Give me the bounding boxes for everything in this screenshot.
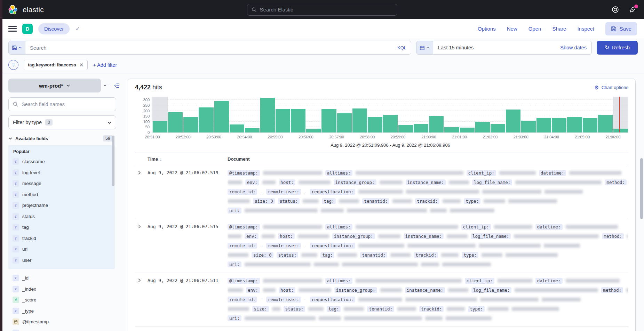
field-item-status[interactable]: tstatus [13,211,115,222]
field-value: - [304,297,307,302]
field-item-message[interactable]: tmessage [13,178,115,189]
histogram-bar[interactable] [552,118,566,132]
filter-pill[interactable]: tag.keyword: lbaccess ✕ [24,60,88,70]
data-view-selector[interactable]: wm-prod* [8,79,101,92]
chart-options-button[interactable]: ⚙ Chart options [594,84,628,91]
histogram-bar[interactable] [444,127,459,132]
add-filter-button[interactable]: + Add filter [93,62,117,68]
show-dates-button[interactable]: Show dates [555,45,591,50]
brand-name: elastic [23,6,44,14]
field-value: - [304,243,307,248]
histogram-bar[interactable] [536,118,551,132]
save-button[interactable]: Save [605,22,637,35]
page-scrollbar[interactable] [640,158,643,219]
help-icon[interactable] [611,6,619,14]
saved-query-menu-button[interactable] [9,41,25,54]
gridline [152,99,628,100]
field-item-tag[interactable]: ttag [13,222,115,233]
field-chip: uri: [228,315,241,321]
text-field-icon: t [13,224,19,231]
histogram-bar[interactable] [321,109,336,132]
histogram-bar[interactable] [383,115,398,133]
field-item-classname[interactable]: tclassname [13,156,115,167]
histogram-bar[interactable] [414,124,428,132]
time-column-header[interactable]: Time ↓ [148,156,228,162]
elastic-logo[interactable]: elastic [8,4,44,15]
redacted-value [425,316,443,320]
nav-link-share[interactable]: Share [552,26,566,32]
histogram-bar[interactable] [260,98,275,132]
field-item-_id[interactable]: t_id [13,273,115,284]
histogram-bar[interactable] [168,112,183,132]
redacted-value [380,288,402,292]
field-item-user[interactable]: tuser [13,255,115,266]
filter-menu-icon[interactable] [8,60,18,70]
field-value: - [260,243,263,248]
histogram-bar[interactable] [153,121,167,132]
sort-descending-icon[interactable]: ↓ [160,156,162,162]
histogram-bar[interactable] [583,118,597,132]
histogram-bar[interactable] [598,115,613,133]
available-fields-header[interactable]: Available fields 59 [8,135,113,142]
histogram-bar[interactable] [475,122,490,132]
histogram-bar[interactable] [306,129,321,132]
time-range-value[interactable]: Last 15 minutes [433,45,555,50]
global-search-input[interactable] [260,7,393,13]
remove-filter-icon[interactable]: ✕ [79,62,84,68]
nav-link-options[interactable]: Options [478,26,496,32]
histogram-bar[interactable] [613,129,628,132]
field-item-_index[interactable]: t_index [13,284,115,295]
collapse-sidebar-icon[interactable] [114,83,120,89]
histogram-bar[interactable] [337,113,352,132]
histogram-bar[interactable] [429,116,444,132]
histogram-bar[interactable] [368,117,382,132]
field-item-@timestamp[interactable]: @timestamp [13,316,115,328]
expand-row-icon[interactable] [135,223,148,268]
histogram-bar[interactable] [183,117,198,132]
field-search-input[interactable] [22,102,112,107]
redacted-value [512,307,559,311]
redacted-value [482,253,502,257]
field-item-trackid[interactable]: ttrackid [13,233,115,244]
histogram-bar[interactable] [214,101,229,133]
field-item-_type[interactable]: t_type [13,306,115,317]
histogram-bar[interactable] [460,128,475,132]
field-item-_score[interactable]: #_score [13,294,115,306]
space-avatar[interactable]: D [22,24,33,34]
query-input[interactable] [25,41,393,54]
elastic-logo-icon [8,4,19,15]
histogram-bar[interactable] [199,107,213,132]
date-quick-menu-button[interactable] [416,41,433,54]
field-settings-icon[interactable] [104,85,110,86]
expand-row-icon[interactable] [135,277,148,322]
nav-link-inspect[interactable]: Inspect [577,26,594,32]
field-item-log-level[interactable]: tlog-level [13,167,115,178]
breadcrumb[interactable]: Discover [38,23,70,34]
histogram-bar[interactable] [352,108,367,132]
nav-link-open[interactable]: Open [528,26,541,32]
global-search[interactable] [247,4,397,16]
field-item-projectname[interactable]: tprojectname [13,200,115,211]
histogram-bar[interactable] [291,109,305,132]
field-item-accountid[interactable]: taccountid [13,328,115,331]
menu-icon[interactable] [8,26,17,32]
histogram-bar[interactable] [521,121,536,132]
chevron-down-icon [8,136,13,140]
histogram-bar[interactable] [491,124,505,132]
refresh-button[interactable]: ↻ Refresh [597,41,638,55]
histogram-bar[interactable] [230,124,244,132]
expand-row-icon[interactable] [135,169,148,215]
sidebar-scrollbar[interactable] [112,136,114,186]
field-item-uri[interactable]: turi [13,244,115,255]
histogram-bar[interactable] [276,109,290,132]
newsfeed-icon[interactable] [629,6,636,14]
kql-language-button[interactable]: KQL [393,45,411,50]
histogram-bar[interactable] [245,128,260,132]
field-search[interactable] [8,97,116,111]
histogram-bar[interactable] [567,117,582,132]
filter-by-type[interactable]: Filter by type 0 [8,115,116,129]
histogram-bar[interactable] [506,110,520,132]
field-item-method[interactable]: tmethod [13,189,115,200]
histogram-bar[interactable] [398,125,413,132]
nav-link-new[interactable]: New [507,26,517,32]
